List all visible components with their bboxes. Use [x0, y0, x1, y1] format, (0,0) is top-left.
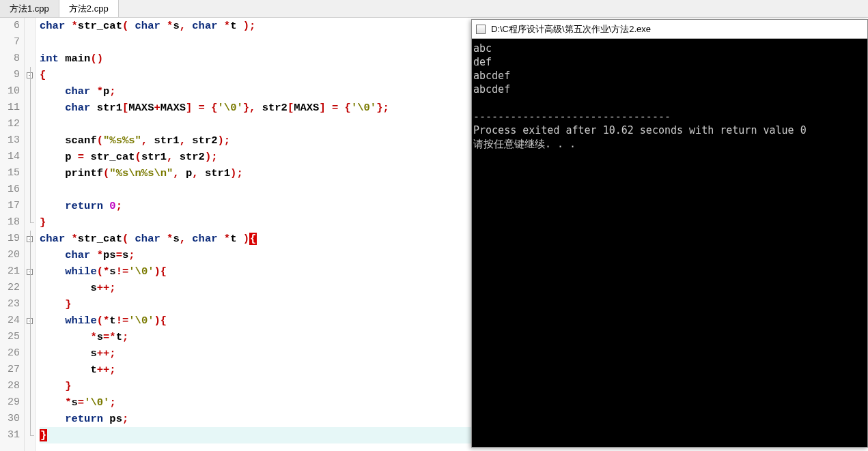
app-icon: [476, 25, 486, 34]
console-titlebar[interactable]: D:\C程序设计高级\第五次作业\方法2.exe: [472, 20, 867, 39]
tab-file-2[interactable]: 方法2.cpp: [59, 0, 119, 17]
console-window[interactable]: D:\C程序设计高级\第五次作业\方法2.exe abc def abcdef …: [471, 19, 868, 448]
console-output: abc def abcdef abcdef ------------------…: [472, 39, 867, 154]
console-title-text: D:\C程序设计高级\第五次作业\方法2.exe: [491, 20, 651, 39]
tab-file-1[interactable]: 方法1.cpp: [0, 0, 59, 17]
tab-bar: 方法1.cpp 方法2.cpp: [0, 0, 868, 18]
fold-column[interactable]: ----: [25, 18, 36, 451]
line-number-gutter: 6789101112131415161718192021222324252627…: [0, 18, 25, 451]
